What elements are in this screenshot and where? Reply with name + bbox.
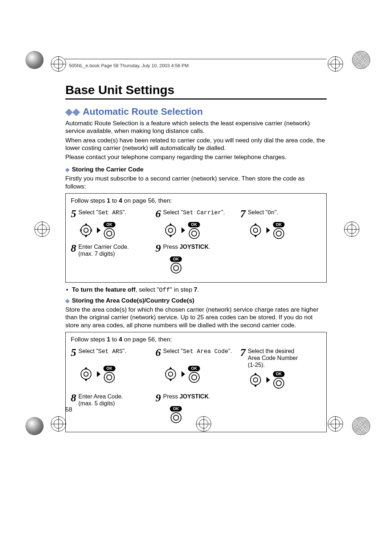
intro-p2: When area code(s) have been related to c… [65, 137, 327, 152]
svg-marker-21 [169, 379, 172, 381]
crop-mark [328, 56, 343, 72]
svg-marker-2 [85, 223, 87, 225]
joystick-icon [248, 222, 264, 238]
ok-badge: OK [103, 366, 115, 371]
svg-marker-13 [254, 235, 257, 238]
step-text: Enter Area Code. (max. 5 digits) [78, 392, 123, 407]
step-number: 8 [71, 243, 76, 254]
step-number: 9 [155, 243, 161, 254]
follow-steps-line: Follow steps 1 to 4 on page 56, then: [71, 336, 321, 343]
step-text: Select "Set Carrier". [163, 208, 225, 216]
crop-mark [196, 416, 211, 432]
svg-point-14 [81, 369, 91, 379]
arrow-right-icon [181, 371, 185, 377]
svg-point-1 [84, 228, 88, 232]
ok-button-icon [104, 372, 115, 383]
joystick-icon [78, 222, 94, 238]
step-text: Select "Set ARS". [78, 347, 126, 355]
steps-box-1: Follow steps 1 to 4 on page 56, then: 5 … [65, 193, 327, 283]
sub-heading-text: Storing the Area Code(s)/Country Code(s) [72, 297, 195, 304]
svg-point-7 [168, 228, 173, 232]
svg-point-18 [166, 369, 176, 379]
crop-mark [328, 416, 343, 432]
step-number: 6 [155, 208, 161, 219]
ok-badge: OK [188, 366, 200, 371]
ok-badge: OK [170, 406, 182, 412]
sub-heading-text: Storing the Carrier Code [72, 166, 143, 173]
section-heading-text: Automatic Route Selection [83, 106, 203, 117]
step-5: 5 Select "Set ARS". OK [71, 347, 152, 389]
ok-button-icon [273, 378, 284, 389]
ok-button-icon [104, 228, 115, 239]
ok-button-icon [273, 228, 284, 239]
page-number: 58 [65, 406, 72, 413]
svg-marker-9 [169, 235, 172, 238]
arrow-right-icon [266, 227, 270, 233]
sub-heading: ◆ Storing the Area Code(s)/Country Code(… [65, 297, 327, 304]
joystick-icon [163, 366, 179, 382]
arrow-right-icon [266, 377, 270, 383]
ok-button-icon [171, 263, 181, 274]
step-number: 8 [71, 392, 76, 403]
step-6: 6 Select "Set Carrier". OK [155, 208, 236, 239]
svg-point-0 [81, 225, 91, 235]
step-number: 5 [71, 347, 76, 358]
ok-button-icon [171, 412, 181, 423]
svg-point-22 [250, 375, 261, 385]
print-sphere [25, 51, 44, 69]
step-number: 9 [155, 392, 161, 403]
ok-badge: OK [188, 222, 200, 227]
print-sphere [25, 417, 44, 435]
step-7: 7 Select the desired Area Code Number (1… [240, 347, 321, 389]
joystick-icon [248, 372, 264, 388]
svg-point-23 [253, 378, 258, 382]
svg-marker-20 [169, 367, 172, 369]
svg-marker-24 [254, 373, 257, 375]
note-line: To turn the feature off, select "Off" in… [66, 286, 327, 293]
step-text: Enter Carrier Code. (max. 7 digits) [78, 243, 129, 257]
crop-mark [34, 222, 50, 237]
ok-badge: OK [103, 222, 115, 227]
svg-marker-12 [254, 223, 257, 225]
step-text: Press JOYSTICK. [163, 243, 210, 250]
diamond-icon: ◆◆ [65, 106, 80, 117]
svg-point-11 [253, 228, 258, 232]
follow-steps-line: Follow steps 1 to 4 on page 56, then: [71, 197, 321, 204]
joystick-icon [78, 366, 94, 382]
running-header: 505NL_e.book Page 58 Thursday, July 10, … [69, 63, 327, 68]
step-text: Press JOYSTICK. [163, 392, 210, 400]
diamond-small-icon: ◆ [65, 297, 70, 304]
arrow-right-icon [181, 227, 185, 233]
step-6: 6 Select "Set Area Code". OK [155, 347, 236, 389]
step-number: 6 [155, 347, 161, 358]
print-hatched [352, 417, 370, 435]
arrow-right-icon [97, 227, 101, 233]
step-number: 5 [71, 208, 76, 219]
svg-marker-17 [85, 379, 87, 381]
step-text: Select "Set ARS". [78, 208, 126, 216]
ok-badge: OK [273, 371, 285, 377]
sub-heading: ◆ Storing the Carrier Code [65, 166, 327, 173]
arrow-right-icon [97, 371, 101, 377]
crop-mark [51, 56, 66, 72]
step-5: 5 Select "Set ARS". OK [71, 208, 152, 239]
print-hatched [352, 51, 370, 69]
section-heading: ◆◆ Automatic Route Selection [65, 106, 327, 117]
step-text: Select the desired Area Code Number (1-2… [248, 347, 298, 369]
svg-marker-8 [169, 223, 172, 225]
svg-marker-25 [254, 385, 257, 387]
step-9: 9 Press JOYSTICK. OK [155, 243, 236, 274]
step-text: Select "Set Area Code". [163, 347, 232, 355]
intro-p3: Please contact your telephone company re… [65, 153, 327, 161]
step-number: 7 [240, 347, 246, 358]
crop-mark [51, 416, 66, 432]
ok-button-icon [189, 228, 200, 239]
intro-p1: Automatic Route Selection is a feature w… [65, 119, 327, 135]
joystick-icon [163, 222, 179, 238]
crop-mark [344, 222, 359, 237]
svg-point-6 [166, 225, 176, 235]
step-7: 7 Select "On". OK [240, 208, 321, 239]
step-8: 8 Enter Area Code. (max. 5 digits) [71, 392, 152, 423]
svg-point-15 [84, 372, 88, 376]
step-text: Select "On". [248, 208, 278, 216]
